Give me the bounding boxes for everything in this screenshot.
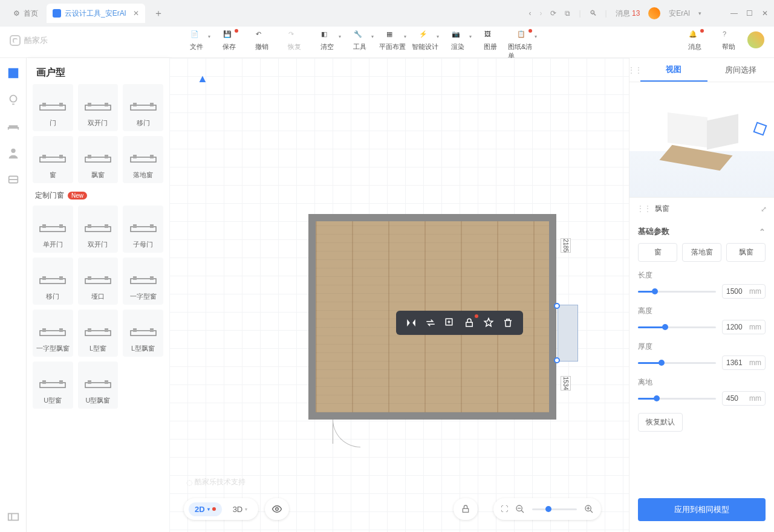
header-help-button[interactable]: ?帮助 [714,30,744,51]
rail-collapse-icon[interactable] [7,510,20,524]
view-cube-icon[interactable] [753,122,767,135]
visibility-button[interactable] [265,498,289,520]
expand-icon[interactable]: ⤢ [761,205,767,213]
type-pill[interactable]: 飘窗 [726,243,766,262]
lp-item[interactable]: 单开门 [33,206,73,253]
search-icon[interactable]: 🔍︎ [590,9,597,18]
toolbar-redo-button[interactable]: ↷恢复 [279,30,310,60]
close-icon[interactable]: ✕ [133,9,139,18]
avatar[interactable] [648,7,660,19]
lp-item[interactable]: U型飘窗 [78,362,119,409]
toolbar-save-button[interactable]: 💾保存 [214,30,244,60]
tab-home[interactable]: ⚙ 首页 [5,8,47,19]
param-value[interactable]: 1361mm [722,355,766,370]
trash-icon[interactable] [499,316,517,330]
param-value[interactable]: 1500mm [722,284,766,299]
canvas[interactable]: ▲ 2185 1500 1534 ◌ 酷家乐技术支持 2D ▾ 3D ▾ ⛶ [169,58,629,532]
param-value[interactable]: 1200mm [722,320,766,334]
toolbar-render-button[interactable]: 📷▾渲染 [443,30,473,60]
fit-icon[interactable]: ⛶ [501,505,508,513]
reset-button[interactable]: 恢复默认 [638,413,683,432]
zoom-in-icon[interactable] [584,504,594,514]
toolbar-file-button[interactable]: 📄▾文件 [181,30,212,60]
swap-icon[interactable] [421,316,440,330]
lp-item[interactable]: 移门 [123,84,163,131]
lp-item[interactable]: 移门 [33,258,73,305]
lp-item[interactable]: 双开门 [78,84,119,131]
nav-back-icon[interactable]: ‹ [528,9,531,18]
user-avatar[interactable] [747,31,764,48]
nav-fwd-icon[interactable]: › [539,9,542,18]
lp-item[interactable]: L型窗 [78,310,119,357]
view-3d-button[interactable]: 3D ▾ [227,502,254,516]
lock-icon[interactable] [460,316,478,330]
lp-item[interactable]: 一字型飘窗 [33,310,73,357]
brand-logo: 酷家乐 [0,27,181,54]
type-pill[interactable]: 窗 [638,243,677,262]
tab-room-select[interactable]: 房间选择 [707,58,775,82]
star-icon[interactable] [480,316,498,330]
window-min-icon[interactable]: — [730,9,738,18]
render-icon: 📷 [452,30,464,41]
param-row: 离地450mm [638,377,766,406]
svg-rect-23 [42,224,46,228]
window-max-icon[interactable]: ☐ [746,9,753,18]
toolbar-gallery-button[interactable]: 🖼图册 [475,30,506,60]
svg-rect-38 [133,276,137,280]
param-value[interactable]: 450mm [722,391,766,406]
copy-icon[interactable]: ⧉ [565,9,570,18]
chevron-down-icon[interactable]: ▾ [698,10,701,16]
window-close-icon[interactable]: ✕ [762,9,769,18]
refresh-icon[interactable]: ⟳ [550,9,556,18]
mirror-icon[interactable] [402,316,420,330]
param-slider[interactable] [638,291,716,293]
toolbar-clear-button[interactable]: ◧▾清空 [312,30,342,60]
lp-item[interactable]: 落地窗 [123,136,163,183]
tab-active[interactable]: 云设计工具_安ErAl ✕ [47,4,145,23]
gear-icon: ⚙ [13,9,20,18]
lp-item[interactable]: 门 [33,84,73,131]
username[interactable]: 安ErAl [669,8,690,19]
rail-storage-icon[interactable] [7,173,20,186]
tab-view[interactable]: 视图 [640,58,707,82]
new-tab-button[interactable]: ＋ [154,7,163,20]
toolbar-undo-button[interactable]: ↶撤销 [247,30,277,60]
header-msg-button[interactable]: 🔔消息 [680,30,710,51]
toolbar-layout-button[interactable]: ▦▾平面布置 [377,30,408,60]
lp-item[interactable]: L型飘窗 [123,310,163,357]
lp-item[interactable]: 双开门 [78,206,119,253]
lp-item[interactable]: 垭口 [78,258,119,305]
toolbar-tool-button[interactable]: 🔧▾工具 [345,30,375,60]
mini-3d-preview[interactable] [629,82,774,197]
param-slider[interactable] [638,362,716,364]
toolbar-smart-button[interactable]: ⚡▾智能设计 [410,30,440,60]
type-pill[interactable]: 落地窗 [682,243,721,262]
rail-floorplan-icon[interactable] [7,66,20,80]
zoom-slider[interactable] [532,508,577,510]
chevron-up-icon[interactable]: ⌃ [759,227,766,236]
rail-sofa-icon[interactable] [7,120,20,133]
rail-idea-icon[interactable] [7,93,20,106]
grip-icon[interactable]: ⋮⋮ [629,58,640,82]
messages-label[interactable]: 消息 13 [616,8,640,19]
toolbar-drawings-button[interactable]: 📋▾图纸&清单 [508,30,538,60]
left-panel-title: 画户型 [27,58,169,84]
lp-item[interactable]: 飘窗 [78,136,119,183]
rail-person-icon[interactable] [7,146,20,160]
lp-item[interactable]: 一字型窗 [123,258,163,305]
lp-item[interactable]: U型窗 [33,362,73,409]
svg-rect-50 [42,380,46,384]
apply-button[interactable]: 应用到相同模型 [638,498,766,521]
tab-active-label: 云设计工具_安ErAl [65,8,126,19]
param-slider[interactable] [638,398,716,400]
view-2d-button[interactable]: 2D ▾ [189,502,222,516]
lp-item[interactable]: 窗 [33,136,73,183]
bay-window-selected[interactable] [558,305,578,362]
add-icon[interactable] [441,316,459,330]
svg-point-57 [276,508,279,511]
door[interactable] [333,420,363,434]
param-slider[interactable] [638,326,716,328]
lp-item[interactable]: 子母门 [123,206,163,253]
zoom-out-icon[interactable] [515,504,525,514]
canvas-lock-button[interactable] [454,498,478,520]
